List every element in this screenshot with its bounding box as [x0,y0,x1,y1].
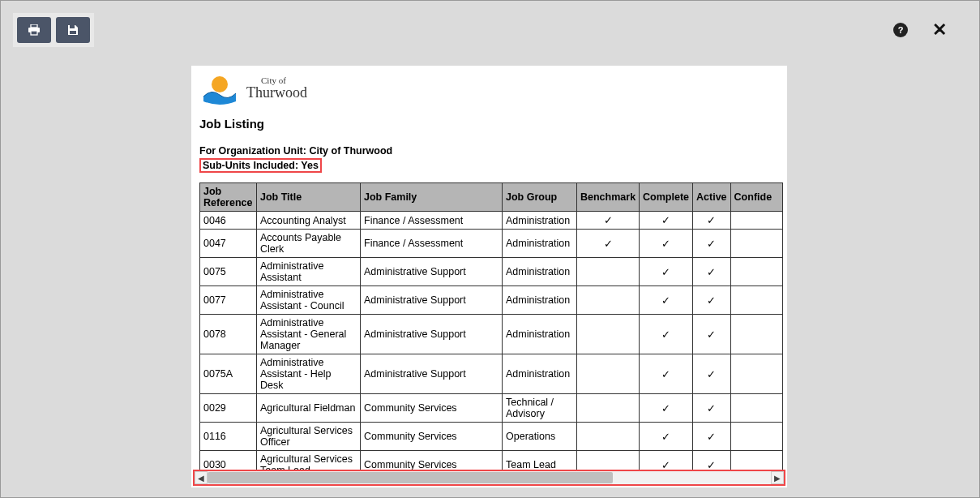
save-icon [67,24,79,36]
table-cell: 0075 [200,258,257,286]
subunits-highlight: Sub-Units Included: Yes [199,158,322,173]
table-cell: Agricultural Services Officer [257,423,361,451]
table-cell [730,354,782,394]
table-cell: Administration [503,230,577,258]
table-cell: 0116 [200,423,257,451]
table-cell [730,286,782,315]
th-confid: Confide [730,183,782,212]
table-cell: ✓ [693,315,731,354]
table-cell [730,230,782,258]
help-icon[interactable]: ? [893,23,908,37]
th-group: Job Group [503,183,577,212]
table-cell: Administration [503,354,577,394]
th-title: Job Title [257,183,361,212]
svg-rect-2 [31,31,37,35]
table-cell [730,258,782,286]
table-cell: Finance / Assessment [361,230,503,258]
table-cell: Administrative Support [361,286,503,315]
th-family: Job Family [361,183,503,212]
save-button[interactable] [56,17,90,43]
table-row: 0077Administrative Assistant - CouncilAd… [200,286,783,315]
logo-text: City of Thurwood [246,75,307,101]
th-ref: Job Reference [200,183,257,212]
logo-row: City of Thurwood [199,72,779,105]
table-cell [577,423,640,451]
print-button[interactable] [17,17,51,43]
table-cell: Administrative Assistant - General Manag… [257,315,361,354]
table-cell: ✓ [640,394,693,423]
table-cell: Community Services [361,423,503,451]
org-prefix: For Organization Unit: [199,145,309,157]
table-cell: Finance / Assessment [361,212,503,230]
table-cell: Community Services [361,394,503,423]
table-cell: Administrative Support [361,258,503,286]
table-cell: Technical / Advisory [503,394,577,423]
table-cell [730,451,782,470]
table-row: 0047Accounts Payable ClerkFinance / Asse… [200,230,783,258]
table-cell: ✓ [577,212,640,230]
scroll-track[interactable] [208,471,771,484]
table-cell: 0077 [200,286,257,315]
table-cell: ✓ [640,451,693,470]
report-panel: City of Thurwood Job Listing For Organiz… [191,66,787,487]
top-right-controls: ? ✕ [893,21,947,39]
table-row: 0078Administrative Assistant - General M… [200,315,783,354]
report-scroll-area[interactable]: City of Thurwood Job Listing For Organiz… [191,66,787,470]
table-cell: Administration [503,258,577,286]
table-row: 0029Agricultural FieldmanCommunity Servi… [200,394,783,423]
table-cell: ✓ [693,451,731,470]
table-header-row: Job Reference Job Title Job Family Job G… [200,183,783,212]
table-cell [730,315,782,354]
logo-graphic [199,72,240,105]
table-cell [730,394,782,423]
scroll-left-button[interactable]: ◀ [195,471,208,484]
table-cell: ✓ [640,315,693,354]
table-cell: 0078 [200,315,257,354]
table-cell: ✓ [693,230,731,258]
table-cell: 0030 [200,451,257,470]
table-cell [577,394,640,423]
table-cell: Administration [503,212,577,230]
print-icon [28,24,41,36]
table-cell [577,286,640,315]
table-cell [730,212,782,230]
svg-point-5 [212,76,228,92]
table-cell: ✓ [640,286,693,315]
scroll-right-button[interactable]: ▶ [771,471,784,484]
table-cell: ✓ [640,423,693,451]
table-cell: Agricultural Fieldman [257,394,361,423]
toolbar [13,13,94,47]
horizontal-scrollbar-highlight: ◀ ▶ [193,470,785,486]
table-cell: ✓ [693,354,731,394]
table-cell: Operations [503,423,577,451]
table-cell: Administrative Support [361,315,503,354]
table-cell [577,451,640,470]
table-cell: Administration [503,286,577,315]
table-row: 0030Agricultural Services Team LeadCommu… [200,451,783,470]
table-row: 0116Agricultural Services OfficerCommuni… [200,423,783,451]
table-row: 0046Accounting AnalystFinance / Assessme… [200,212,783,230]
scroll-thumb[interactable] [208,472,613,483]
table-cell: Accounts Payable Clerk [257,230,361,258]
table-cell: ✓ [693,394,731,423]
svg-rect-0 [31,24,37,28]
table-cell: ✓ [693,423,731,451]
table-cell [577,354,640,394]
org-unit-line: For Organization Unit: City of Thurwood [199,145,779,157]
table-cell: Community Services [361,451,503,470]
report-title: Job Listing [199,117,779,131]
close-icon[interactable]: ✕ [932,21,947,39]
table-cell [730,423,782,451]
table-row: 0075AAdministrative Assistant - Help Des… [200,354,783,394]
table-cell: 0047 [200,230,257,258]
table-cell: 0046 [200,212,257,230]
table-cell: Agricultural Services Team Lead [257,451,361,470]
job-table: Job Reference Job Title Job Family Job G… [199,182,783,470]
logo-big-text: Thurwood [246,84,307,101]
th-active: Active [693,183,731,212]
table-cell: ✓ [640,212,693,230]
table-cell: ✓ [693,212,731,230]
table-cell: ✓ [693,286,731,315]
table-cell [577,258,640,286]
table-cell [577,315,640,354]
